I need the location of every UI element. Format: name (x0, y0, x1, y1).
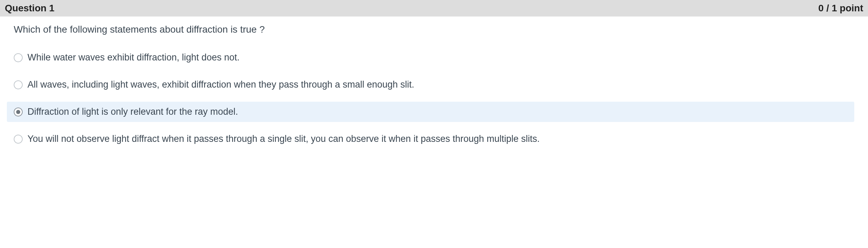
radio-icon (14, 53, 23, 62)
question-body: Which of the following statements about … (0, 16, 868, 149)
question-points: 0 / 1 point (818, 3, 863, 14)
radio-icon (14, 80, 23, 89)
option-label: Diffraction of light is only relevant fo… (27, 106, 238, 117)
question-text: Which of the following statements about … (14, 24, 854, 35)
question-header: Question 1 0 / 1 point (0, 0, 868, 16)
question-title: Question 1 (5, 3, 55, 14)
option-1[interactable]: All waves, including light waves, exhibi… (7, 75, 854, 95)
radio-icon (14, 108, 23, 116)
option-3[interactable]: You will not observe light diffract when… (7, 129, 854, 149)
options-list: While water waves exhibit diffraction, l… (7, 47, 854, 149)
option-0[interactable]: While water waves exhibit diffraction, l… (7, 47, 854, 68)
option-2[interactable]: Diffraction of light is only relevant fo… (7, 102, 854, 122)
option-label: You will not observe light diffract when… (27, 134, 540, 144)
option-label: While water waves exhibit diffraction, l… (27, 52, 240, 63)
option-label: All waves, including light waves, exhibi… (27, 79, 414, 90)
radio-icon (14, 135, 23, 144)
